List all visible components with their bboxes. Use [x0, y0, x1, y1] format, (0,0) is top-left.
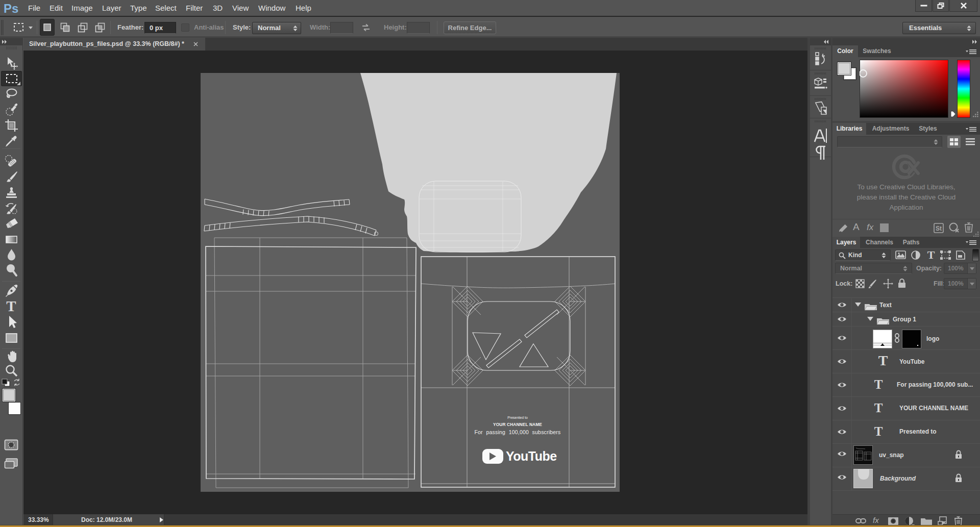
- svg-text:YOUR CHANNEL NAME: YOUR CHANNEL NAME: [493, 422, 542, 427]
- svg-text:YouTube: YouTube: [506, 449, 557, 463]
- svg-text:St: St: [936, 225, 942, 232]
- svg-text:Presented to: Presented to: [507, 416, 528, 419]
- svg-text:For passing 100,000 subscriber: For passing 100,000 subscribers: [474, 429, 560, 435]
